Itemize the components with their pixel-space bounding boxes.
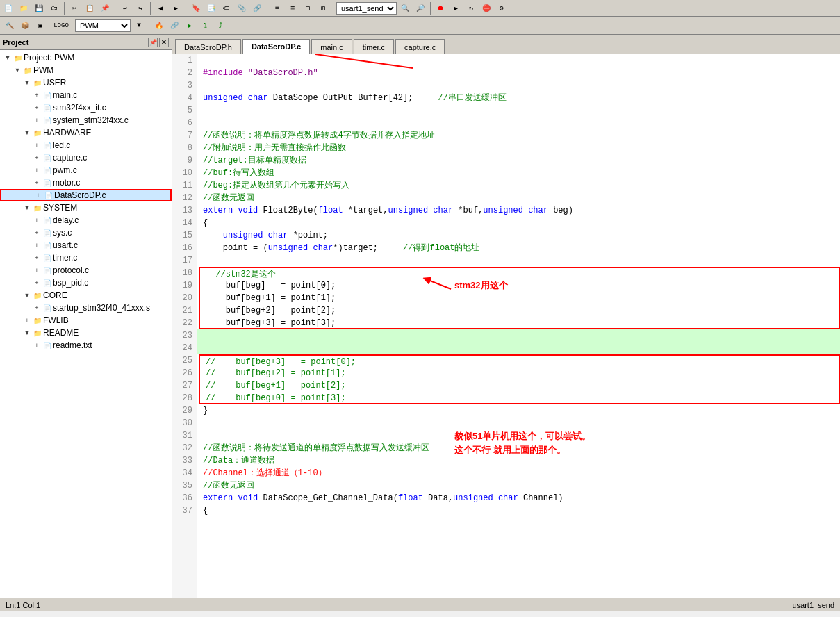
expand-datascrodp: + bbox=[33, 190, 43, 200]
bookmark5-btn[interactable]: 🔗 bbox=[250, 1, 264, 15]
tree-item-bsp-pid-c[interactable]: + 📄 bsp_pid.c bbox=[0, 277, 172, 289]
cut-btn[interactable]: ✂ bbox=[67, 1, 81, 15]
compile-btn[interactable]: 🔥 bbox=[152, 19, 166, 33]
expand-delay: + bbox=[32, 215, 42, 225]
copy-btn[interactable]: 📋 bbox=[83, 1, 97, 15]
tree-item-timer-c[interactable]: + 📄 timer.c bbox=[0, 252, 172, 264]
find-btn[interactable]: 🔍 bbox=[398, 1, 412, 15]
new-file-btn[interactable]: 📄 bbox=[1, 1, 15, 15]
ln-1: 1 bbox=[172, 54, 197, 67]
expand-startup: + bbox=[32, 303, 42, 313]
build-btn[interactable]: 🔨 bbox=[3, 19, 17, 33]
build2-btn[interactable]: 📦 bbox=[18, 19, 32, 33]
ln-27: 27 bbox=[172, 379, 197, 392]
debug-break-btn[interactable]: ⛔ bbox=[479, 1, 493, 15]
code-line-15: unsigned char *point; bbox=[197, 229, 840, 242]
tree-item-datascrodp-c[interactable]: + 📄 DataScroDP.c bbox=[0, 189, 172, 201]
code-editor[interactable]: 1 2 3 4 5 6 7 8 9 10 11 12 13 14 15 16 1 bbox=[172, 54, 840, 598]
ln-12: 12 bbox=[172, 192, 197, 204]
project-pin-btn[interactable]: 📌 bbox=[148, 38, 158, 47]
tree-item-usart-c[interactable]: + 📄 usart.c bbox=[0, 239, 172, 252]
tree-item-system[interactable]: + 📄 system_stm32f4xx.c bbox=[0, 114, 172, 126]
target-selector[interactable]: PWM bbox=[75, 19, 131, 32]
tab-datascrodp-h[interactable]: DataScroDP.h bbox=[175, 39, 241, 54]
project-header-buttons: 📌 ✕ bbox=[148, 38, 169, 47]
tab-datascrodp-h-label: DataScroDP.h bbox=[184, 43, 232, 51]
tab-timer-c[interactable]: timer.c bbox=[354, 39, 394, 54]
tree-item-hardware[interactable]: ▼ 📁 HARDWARE bbox=[0, 126, 172, 139]
project-title: Project bbox=[3, 38, 28, 47]
tab-main-c[interactable]: main.c bbox=[311, 39, 352, 54]
tab-datascrodp-c[interactable]: DataScroDP.c bbox=[242, 39, 310, 54]
tree-item-pwm[interactable]: ▼ 📁 PWM bbox=[0, 64, 172, 76]
startup-label: startup_stm32f40_41xxx.s bbox=[53, 303, 150, 313]
paste-btn[interactable]: 📌 bbox=[98, 1, 112, 15]
format3-btn[interactable]: ⊟ bbox=[301, 1, 315, 15]
tree-item-system-folder[interactable]: ▼ 📁 SYSTEM bbox=[0, 201, 172, 214]
format4-btn[interactable]: ⊞ bbox=[316, 1, 330, 15]
debug-step-btn[interactable]: ↻ bbox=[464, 1, 478, 15]
tree-item-root[interactable]: ▼ 📁 Project: PWM bbox=[0, 51, 172, 64]
save-all-btn[interactable]: 🗂 bbox=[47, 1, 61, 15]
code-line-25: // buf[beg+3] = point[0]; bbox=[199, 354, 840, 367]
tab-capture-c[interactable]: capture.c bbox=[395, 39, 445, 54]
step-in-btn[interactable]: ⤵ bbox=[198, 19, 212, 33]
save-btn[interactable]: 💾 bbox=[32, 1, 46, 15]
logo-btn[interactable]: LOGO bbox=[49, 19, 74, 33]
ln-14: 14 bbox=[172, 217, 197, 229]
ln-29: 29 bbox=[172, 404, 197, 417]
debug-stop-btn[interactable]: ⏺ bbox=[434, 1, 447, 15]
tree-item-core[interactable]: ▼ 📁 CORE bbox=[0, 289, 172, 302]
ln-17: 17 bbox=[172, 254, 197, 267]
tree-item-capture-c[interactable]: + 📄 capture.c bbox=[0, 151, 172, 164]
main-layout: Project 📌 ✕ ▼ 📁 Project: PWM ▼ 📁 PWM ▼ bbox=[0, 35, 840, 598]
file-stm32-icon: 📄 bbox=[42, 103, 53, 113]
project-close-btn[interactable]: ✕ bbox=[159, 38, 169, 47]
expand-pwm-c: + bbox=[32, 165, 42, 175]
ln-16: 16 bbox=[172, 242, 197, 254]
nav-back-btn[interactable]: ◀ bbox=[154, 1, 167, 15]
expand-timer-c: + bbox=[32, 253, 42, 263]
nav-fwd-btn[interactable]: ▶ bbox=[169, 1, 183, 15]
bookmark-btn[interactable]: 🔖 bbox=[189, 1, 203, 15]
ln-5: 5 bbox=[172, 104, 197, 117]
tree-item-user[interactable]: ▼ 📁 USER bbox=[0, 76, 172, 89]
format2-btn[interactable]: ≣ bbox=[286, 1, 299, 15]
target-edit-btn[interactable]: ▼ bbox=[132, 19, 146, 33]
tree-item-sys-c[interactable]: + 📄 sys.c bbox=[0, 227, 172, 239]
debug-run-btn[interactable]: ▶ bbox=[449, 1, 463, 15]
tree-item-main-c[interactable]: + 📄 main.c bbox=[0, 89, 172, 101]
tree-item-led-c[interactable]: + 📄 led.c bbox=[0, 139, 172, 151]
step-out-btn[interactable]: ⤴ bbox=[213, 19, 227, 33]
system-label: system_stm32f4xx.c bbox=[53, 115, 129, 125]
tree-item-fwlib[interactable]: + 📁 FWLIB bbox=[0, 314, 172, 327]
build3-btn[interactable]: ▣ bbox=[33, 19, 47, 33]
bookmark3-btn[interactable]: 🏷 bbox=[220, 1, 233, 15]
format1-btn[interactable]: ≡ bbox=[270, 1, 284, 15]
ln-15: 15 bbox=[172, 229, 197, 242]
function-selector[interactable]: usart1_send bbox=[336, 2, 397, 15]
tree-item-readme-txt[interactable]: + 📄 readme.txt bbox=[0, 339, 172, 352]
run-btn[interactable]: ▶ bbox=[183, 19, 197, 33]
link-btn[interactable]: 🔗 bbox=[167, 19, 181, 33]
toolbar-top: 📄 📁 💾 🗂 ✂ 📋 📌 ↩ ↪ ◀ ▶ 🔖 📑 🏷 📎 🔗 ≡ ≣ ⊟ ⊞ … bbox=[0, 0, 840, 17]
settings-btn[interactable]: ⚙ bbox=[495, 1, 509, 15]
bookmark2-btn[interactable]: 📑 bbox=[204, 1, 218, 15]
tree-item-delay-c[interactable]: + 📄 delay.c bbox=[0, 214, 172, 227]
open-btn[interactable]: 📁 bbox=[17, 1, 31, 15]
tree-item-stm32[interactable]: + 📄 stm32f4xx_it.c bbox=[0, 101, 172, 114]
tree-item-readme[interactable]: ▼ 📁 README bbox=[0, 327, 172, 339]
tree-item-startup[interactable]: + 📄 startup_stm32f40_41xxx.s bbox=[0, 302, 172, 314]
redo-btn[interactable]: ↪ bbox=[133, 1, 147, 15]
undo-btn[interactable]: ↩ bbox=[118, 1, 132, 15]
bookmark4-btn[interactable]: 📎 bbox=[235, 1, 249, 15]
file-system-icon: 📄 bbox=[42, 115, 53, 125]
tree-item-motor-c[interactable]: + 📄 motor.c bbox=[0, 176, 172, 189]
code-line-5 bbox=[197, 104, 840, 117]
tree-item-pwm-c[interactable]: + 📄 pwm.c bbox=[0, 164, 172, 176]
ln-9: 9 bbox=[172, 154, 197, 167]
expand-pwm: ▼ bbox=[13, 65, 22, 75]
find2-btn[interactable]: 🔎 bbox=[413, 1, 427, 15]
expand-fwlib: + bbox=[22, 315, 32, 325]
tree-item-protocol-c[interactable]: + 📄 protocol.c bbox=[0, 264, 172, 277]
